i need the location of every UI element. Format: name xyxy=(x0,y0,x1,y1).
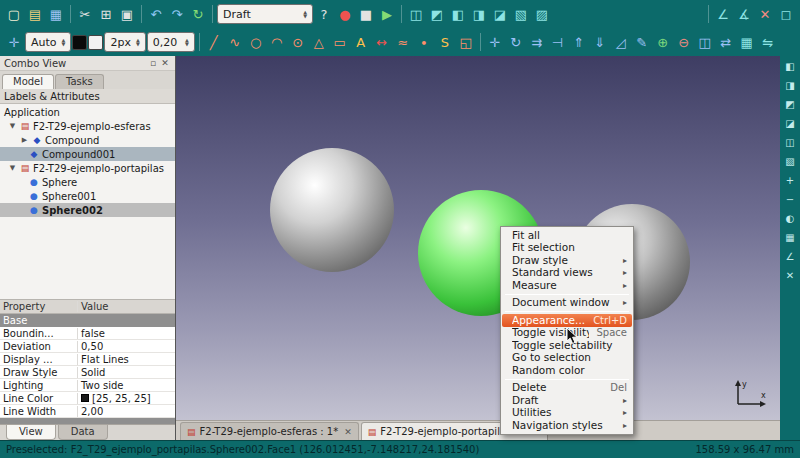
menu-item-utilities[interactable]: Utilities xyxy=(502,407,632,420)
stop-measure-icon[interactable]: ✕ xyxy=(782,267,798,283)
view-top-icon[interactable]: ◨ xyxy=(782,77,798,93)
cut-icon[interactable]: ✂ xyxy=(75,4,95,24)
workbench-selector[interactable]: Draft ▲▼ xyxy=(217,4,313,24)
view-right-icon[interactable]: ◩ xyxy=(782,96,798,112)
tab-data[interactable]: Data xyxy=(58,425,108,440)
draft-downgrade-icon[interactable]: ⇓ xyxy=(590,32,610,52)
open-file-icon[interactable]: ▤ xyxy=(25,4,45,24)
draft-shape-2d-view-icon[interactable]: ◫ xyxy=(695,32,715,52)
measure-icon[interactable]: ∠ xyxy=(782,248,798,264)
view-right-icon[interactable]: ◪ xyxy=(490,4,510,24)
draft-polyline-icon[interactable]: ∿ xyxy=(225,32,245,52)
menu-item-appearance[interactable]: Appearance...Ctrl+D xyxy=(502,314,632,327)
tab-view[interactable]: View xyxy=(6,425,56,440)
property-row-line-color[interactable]: Line Color [25, 25, 25] xyxy=(0,392,175,405)
view-rear-icon[interactable]: ◪ xyxy=(782,115,798,131)
close-panel-icon[interactable]: ✕ xyxy=(159,58,171,68)
view-axonometric-icon[interactable]: ▧ xyxy=(782,153,798,169)
draft-circle-icon[interactable]: ○ xyxy=(246,32,266,52)
view-front-icon[interactable]: ◧ xyxy=(448,4,468,24)
draft-arc-icon[interactable]: ◠ xyxy=(267,32,287,52)
draft-rotate-icon[interactable]: ↻ xyxy=(506,32,526,52)
zoom-out-icon[interactable]: − xyxy=(782,191,798,207)
save-file-icon[interactable]: ▦ xyxy=(46,4,66,24)
tree-item-sphere[interactable]: ● Sphere xyxy=(0,175,175,189)
view-front-icon[interactable]: ◧ xyxy=(782,58,798,74)
property-group-base[interactable]: Base xyxy=(0,314,175,327)
draft-move-icon[interactable]: ✛ xyxy=(485,32,505,52)
property-row-display-mode[interactable]: Display ... Flat Lines xyxy=(0,353,175,366)
view-isometric-icon[interactable]: ◩ xyxy=(427,4,447,24)
menu-item-measure[interactable]: Measure xyxy=(502,279,632,292)
menu-item-delete[interactable]: DeleteDel xyxy=(502,382,632,395)
draft-ellipse-icon[interactable]: ⊙ xyxy=(288,32,308,52)
draft-edit-icon[interactable]: ✎ xyxy=(632,32,652,52)
tree-item-compound[interactable]: ▶ ◆ Compound xyxy=(0,133,175,147)
draft-polygon-icon[interactable]: △ xyxy=(309,32,329,52)
expand-arrow-icon[interactable]: ▼ xyxy=(8,122,17,130)
property-row-deviation[interactable]: Deviation 0,50 xyxy=(0,340,175,353)
draft-line-icon[interactable]: ╱ xyxy=(204,32,224,52)
draft-trimex-icon[interactable]: ⊣ xyxy=(548,32,568,52)
autogroup-selector[interactable]: Auto ▲▼ xyxy=(25,32,71,52)
copy-icon[interactable]: ⊞ xyxy=(96,4,116,24)
construction-mode-icon[interactable]: ✛ xyxy=(4,32,24,52)
line-color-swatch[interactable] xyxy=(72,35,87,50)
toggle-clipping-icon[interactable]: ◻ xyxy=(776,4,796,24)
undo-icon[interactable]: ↶ xyxy=(146,4,166,24)
fit-all-icon[interactable]: ◫ xyxy=(406,4,426,24)
draft-upgrade-icon[interactable]: ⇑ xyxy=(569,32,589,52)
draft-dimension-icon[interactable]: ↔ xyxy=(372,32,392,52)
tree-item-compound001[interactable]: ◆ Compound001 xyxy=(0,147,175,161)
menu-item-document-window[interactable]: Document window xyxy=(502,297,632,310)
texture-view-icon[interactable]: ▦ xyxy=(782,229,798,245)
tab-tasks[interactable]: Tasks xyxy=(55,74,104,89)
refresh-icon[interactable]: ↻ xyxy=(188,4,208,24)
draft-shapestring-icon[interactable]: S xyxy=(435,32,455,52)
tree-item-sphere002[interactable]: ● Sphere002 xyxy=(0,203,175,217)
draft-scale-icon[interactable]: ◿ xyxy=(611,32,631,52)
tree-item-document-esferas[interactable]: ▼ ▤ F2-T29-ejemplo-esferas xyxy=(0,119,175,133)
draft-remove-point-icon[interactable]: ⊖ xyxy=(674,32,694,52)
expand-arrow-icon[interactable]: ▶ xyxy=(20,136,29,144)
draft-to-sketch-icon[interactable]: ⇄ xyxy=(716,32,736,52)
view-rear-icon[interactable]: ▧ xyxy=(511,4,531,24)
redo-icon[interactable]: ↷ xyxy=(167,4,187,24)
menu-item-navigation-styles[interactable]: Navigation styles xyxy=(502,419,632,432)
macro-record-icon[interactable]: ● xyxy=(335,4,355,24)
zoom-in-icon[interactable]: + xyxy=(782,172,798,188)
draft-text-icon[interactable]: A xyxy=(351,32,371,52)
paste-icon[interactable]: ▣ xyxy=(117,4,137,24)
sphere-gray-left[interactable] xyxy=(270,148,394,272)
face-color-swatch[interactable] xyxy=(88,35,103,50)
macro-stop-icon[interactable]: ■ xyxy=(356,4,376,24)
tree-item-application[interactable]: Application xyxy=(0,105,175,119)
tree-item-sphere001[interactable]: ● Sphere001 xyxy=(0,189,175,203)
view-bottom-icon[interactable]: ▨ xyxy=(532,4,552,24)
property-row-boundingbox[interactable]: Boundin... false xyxy=(0,327,175,340)
draft-rectangle-icon[interactable]: ▭ xyxy=(330,32,350,52)
float-panel-icon[interactable]: ▫ xyxy=(147,58,159,68)
draft-point-icon[interactable]: ∙ xyxy=(414,32,434,52)
expand-arrow-icon[interactable]: ▼ xyxy=(8,164,17,172)
view-bottom-icon[interactable]: ◫ xyxy=(782,134,798,150)
measure-distance-icon[interactable]: ∠ xyxy=(713,4,733,24)
property-row-line-width[interactable]: Line Width 2,00 xyxy=(0,405,175,418)
menu-item-fit-all[interactable]: Fit all xyxy=(502,229,632,242)
draft-array-icon[interactable]: ▦ xyxy=(737,32,757,52)
scale-spinbox[interactable]: 0,20 ▲▼ xyxy=(147,32,195,52)
tab-model[interactable]: Model xyxy=(2,74,54,89)
draft-mirror-icon[interactable]: ⇋ xyxy=(758,32,778,52)
property-row-draw-style[interactable]: Draw Style Solid xyxy=(0,366,175,379)
draw-style-icon[interactable]: ◐ xyxy=(782,210,798,226)
draft-offset-icon[interactable]: ⇉ xyxy=(527,32,547,52)
property-row-lighting[interactable]: Lighting Two side xyxy=(0,379,175,392)
menu-item-draw-style[interactable]: Draw style xyxy=(502,254,632,267)
menu-item-standard-views[interactable]: Standard views xyxy=(502,267,632,280)
measure-angle-icon[interactable]: ∡ xyxy=(734,4,754,24)
clear-measurement-icon[interactable]: ✕ xyxy=(755,4,775,24)
menu-item-draft[interactable]: Draft xyxy=(502,394,632,407)
draft-facebinder-icon[interactable]: ◱ xyxy=(456,32,476,52)
menu-item-go-to-selection[interactable]: Go to selection xyxy=(502,352,632,365)
new-file-icon[interactable]: ▢ xyxy=(4,4,24,24)
